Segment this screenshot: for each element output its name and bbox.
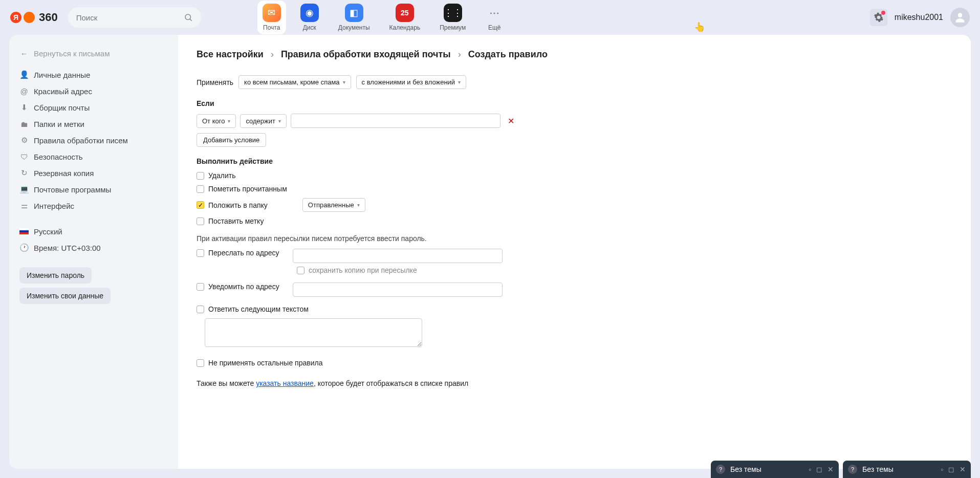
breadcrumb-2: Создать правило [468, 49, 548, 60]
sidebar-item-interface[interactable]: ⚌Интерфейс [15, 198, 172, 214]
avatar[interactable] [950, 8, 970, 27]
condition-field-dropdown[interactable]: От кого▾ [197, 114, 236, 128]
action-read-row: Пометить прочитанным [197, 185, 952, 193]
svg-point-2 [958, 13, 963, 17]
chat-close-icon[interactable]: ✕ [960, 465, 966, 473]
svg-line-1 [190, 19, 192, 21]
apply-attach-dropdown[interactable]: с вложениями и без вложений▾ [356, 75, 467, 89]
chat-tab-2[interactable]: ? Без темы ▫ ◻ ✕ [843, 461, 971, 478]
if-title: Если [197, 99, 952, 107]
calendar-icon: 25 [396, 4, 414, 22]
action-forward-row: Переслать по адресу [197, 249, 952, 263]
username[interactable]: mikeshu2001 [895, 13, 943, 22]
gear-icon [874, 12, 884, 23]
nav-app-calendar[interactable]: 25 Календарь [384, 1, 426, 34]
chat-close-icon[interactable]: ✕ [827, 465, 834, 473]
nav-app-disk[interactable]: ◉ Диск [295, 1, 324, 34]
read-checkbox[interactable] [197, 185, 204, 193]
change-data-button[interactable]: Изменить свои данные [19, 288, 111, 304]
nav-app-docs[interactable]: ◧ Документы [333, 1, 375, 34]
search-box[interactable] [68, 7, 201, 28]
chevron-down-icon: ▾ [343, 79, 345, 85]
avatar-icon [953, 11, 967, 24]
header: Я 360 ✉ Почта ◉ Диск ◧ Документы 25 Кале… [0, 0, 980, 35]
condition-op-dropdown[interactable]: содержит▾ [240, 114, 287, 128]
sidebar-item-collector[interactable]: ⬇Сборщик почты [15, 99, 172, 116]
sidebar-item-clients[interactable]: 💻Почтовые программы [15, 181, 172, 198]
action-reply-row: Ответить следующим текстом [197, 305, 952, 313]
action-skip-row: Не применять остальные правила [197, 359, 952, 367]
skip-other-checkbox[interactable] [197, 359, 204, 367]
cursor-icon: 👆 [694, 21, 705, 33]
main: Все настройки › Правила обработки входящ… [178, 35, 971, 469]
forward-note: При активации правил пересылки писем пот… [197, 234, 952, 243]
search-icon [184, 13, 193, 22]
delete-checkbox[interactable] [197, 172, 204, 180]
arrow-left-icon: ← [19, 49, 29, 58]
forward-checkbox[interactable] [197, 249, 204, 257]
forward-address-input[interactable] [293, 249, 503, 263]
chat-minimize-icon[interactable]: ▫ [809, 465, 811, 473]
folder-dropdown[interactable]: Отправленные▾ [302, 198, 365, 212]
condition-value-input[interactable] [291, 114, 500, 128]
nav-app-premium[interactable]: ⋮⋮ Премиум [434, 1, 471, 34]
reply-checkbox[interactable] [197, 306, 204, 313]
folder-icon: 🖿 [19, 119, 29, 128]
sidebar-item-rules[interactable]: ⚙Правила обработки писем [15, 132, 172, 148]
rules-icon: ⚙ [19, 136, 29, 145]
label-checkbox[interactable] [197, 218, 204, 225]
chat-maximize-icon[interactable]: ◻ [816, 465, 822, 473]
sidebar-item-security[interactable]: 🛡Безопасность [15, 148, 172, 165]
notify-address-input[interactable] [293, 283, 503, 297]
chat-tab-1[interactable]: ? Без темы ▫ ◻ ✕ [711, 461, 839, 478]
flag-ru-icon [19, 227, 29, 236]
sidebar-item-address[interactable]: @Красивый адрес [15, 83, 172, 99]
remove-condition-button[interactable]: ✕ [508, 116, 514, 126]
logo-360-icon [24, 12, 35, 23]
chat-minimize-icon[interactable]: ▫ [941, 465, 943, 473]
set-name-link[interactable]: указать название [256, 379, 314, 387]
notify-checkbox[interactable] [197, 283, 204, 291]
forward-copy-row: сохранить копию при пересылке [297, 266, 952, 274]
mail-icon: ✉ [263, 4, 281, 22]
nav-app-mail[interactable]: ✉ Почта [257, 1, 286, 34]
logo-text: 360 [39, 11, 58, 24]
apply-label: Применять [197, 78, 233, 86]
breadcrumb-0[interactable]: Все настройки [197, 49, 264, 60]
sidebar-language[interactable]: Русский [15, 223, 172, 240]
apply-scope-dropdown[interactable]: ко всем письмам, кроме спама▾ [238, 75, 351, 89]
nav-apps: ✉ Почта ◉ Диск ◧ Документы 25 Календарь … [257, 1, 509, 34]
breadcrumb-1[interactable]: Правила обработки входящей почты [281, 49, 451, 60]
sidebar-timezone[interactable]: 🕐Время: UTC+03:00 [15, 240, 172, 256]
svg-point-0 [185, 14, 191, 20]
clock-icon: 🕐 [19, 243, 29, 252]
search-input[interactable] [76, 13, 184, 22]
settings-button[interactable] [870, 9, 887, 26]
sliders-icon: ⚌ [19, 201, 29, 210]
chat-maximize-icon[interactable]: ◻ [948, 465, 954, 473]
question-icon: ? [848, 465, 857, 474]
breadcrumb: Все настройки › Правила обработки входящ… [197, 49, 952, 60]
sidebar-item-personal[interactable]: 👤Личные данные [15, 67, 172, 83]
sidebar-item-backup[interactable]: ↻Резервная копия [15, 165, 172, 181]
sidebar-back[interactable]: ← Вернуться к письмам [15, 45, 172, 61]
sidebar: ← Вернуться к письмам 👤Личные данные @Кр… [9, 35, 178, 469]
folder-checkbox[interactable] [197, 201, 204, 209]
change-password-button[interactable]: Изменить пароль [19, 267, 92, 284]
apply-row: Применять ко всем письмам, кроме спама▾ … [197, 75, 952, 89]
sidebar-item-folders[interactable]: 🖿Папки и метки [15, 116, 172, 132]
reply-text-input[interactable] [205, 318, 422, 347]
chevron-down-icon: ▾ [357, 202, 360, 208]
more-icon: ⋯ [485, 4, 504, 22]
yandex-icon: Я [10, 12, 21, 23]
add-condition-button[interactable]: Добавить условие [197, 133, 266, 147]
chevron-down-icon: ▾ [278, 118, 281, 124]
action-delete-row: Удалить [197, 171, 952, 180]
backup-icon: ↻ [19, 168, 29, 178]
download-icon: ⬇ [19, 103, 29, 112]
logo[interactable]: Я 360 [10, 11, 58, 24]
forward-copy-checkbox[interactable] [297, 267, 304, 274]
condition-row: От кого▾ содержит▾ ✕ [197, 114, 952, 128]
footer-note: Также вы можете указать название, которо… [197, 379, 952, 387]
nav-app-more[interactable]: ⋯ Ещё [480, 1, 509, 34]
